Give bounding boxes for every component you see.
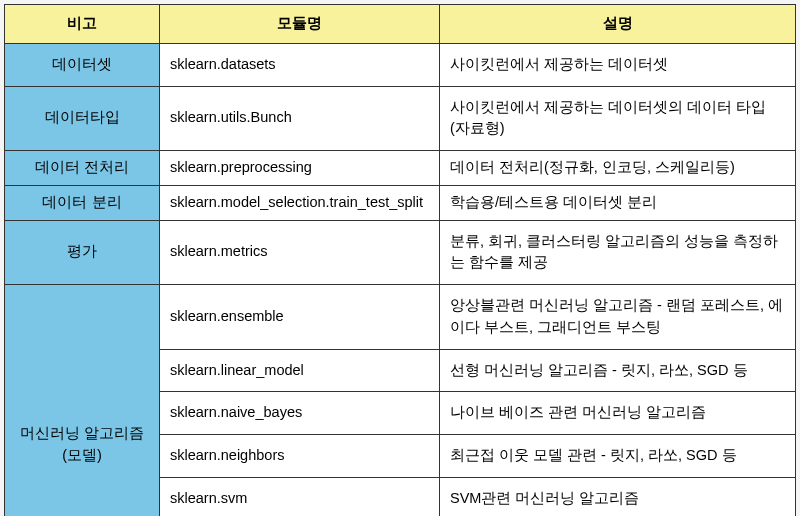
cell-module: sklearn.naive_bayes — [160, 392, 440, 435]
cell-desc: 앙상블관련 머신러닝 알고리즘 - 랜덤 포레스트, 에이다 부스트, 그래디언… — [440, 285, 796, 350]
header-row: 비고 모듈명 설명 — [5, 5, 796, 44]
header-remark: 비고 — [5, 5, 160, 44]
cell-desc: 최근접 이웃 모델 관련 - 릿지, 라쏘, SGD 등 — [440, 435, 796, 478]
cell-remark: 데이터 분리 — [5, 185, 160, 220]
table-row: 데이터타입 sklearn.utils.Bunch 사이킷런에서 제공하는 데이… — [5, 86, 796, 151]
cell-module: sklearn.utils.Bunch — [160, 86, 440, 151]
cell-desc: 선형 머신러닝 알고리즘 - 릿지, 라쏘, SGD 등 — [440, 349, 796, 392]
cell-remark: 평가 — [5, 220, 160, 285]
cell-module: sklearn.linear_model — [160, 349, 440, 392]
cell-module: sklearn.ensemble — [160, 285, 440, 350]
table-row: 데이터셋 sklearn.datasets 사이킷런에서 제공하는 데이터셋 — [5, 43, 796, 86]
cell-desc: 데이터 전처리(정규화, 인코딩, 스케일리등) — [440, 151, 796, 186]
cell-remark: 데이터 전처리 — [5, 151, 160, 186]
cell-remark: 데이터타입 — [5, 86, 160, 151]
header-module: 모듈명 — [160, 5, 440, 44]
table-row: 데이터 전처리 sklearn.preprocessing 데이터 전처리(정규… — [5, 151, 796, 186]
cell-desc: SVM관련 머신러닝 알고리즘 — [440, 477, 796, 516]
cell-module: sklearn.model_selection.train_test_split — [160, 185, 440, 220]
cell-desc: 분류, 회귀, 클러스터링 알고리즘의 성능을 측정하는 함수를 제공 — [440, 220, 796, 285]
cell-remark-ml: 머신러닝 알고리즘 (모델) — [5, 285, 160, 517]
cell-module: sklearn.neighbors — [160, 435, 440, 478]
header-desc: 설명 — [440, 5, 796, 44]
table-row: 머신러닝 알고리즘 (모델) sklearn.ensemble 앙상블관련 머신… — [5, 285, 796, 350]
cell-remark-ml-line1: 머신러닝 알고리즘 (모델) — [20, 425, 144, 463]
cell-module: sklearn.svm — [160, 477, 440, 516]
sklearn-modules-table: 비고 모듈명 설명 데이터셋 sklearn.datasets 사이킷런에서 제… — [4, 4, 796, 516]
cell-desc: 나이브 베이즈 관련 머신러닝 알고리즘 — [440, 392, 796, 435]
cell-remark: 데이터셋 — [5, 43, 160, 86]
cell-module: sklearn.preprocessing — [160, 151, 440, 186]
cell-module: sklearn.datasets — [160, 43, 440, 86]
cell-module: sklearn.metrics — [160, 220, 440, 285]
cell-desc: 사이킷런에서 제공하는 데이터셋의 데이터 타입(자료형) — [440, 86, 796, 151]
table-row: 데이터 분리 sklearn.model_selection.train_tes… — [5, 185, 796, 220]
cell-desc: 사이킷런에서 제공하는 데이터셋 — [440, 43, 796, 86]
table-row: 평가 sklearn.metrics 분류, 회귀, 클러스터링 알고리즘의 성… — [5, 220, 796, 285]
cell-desc: 학습용/테스트용 데이터셋 분리 — [440, 185, 796, 220]
